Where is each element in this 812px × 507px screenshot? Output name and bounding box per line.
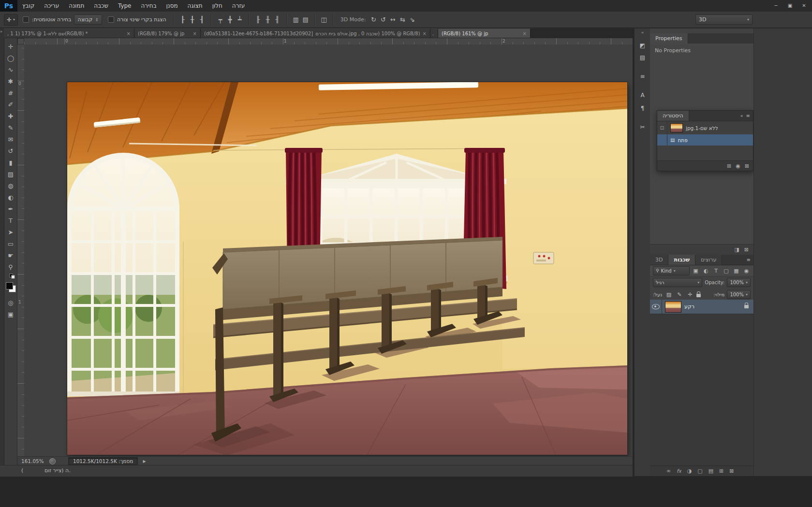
align-right-edges-icon[interactable]: ┨ bbox=[197, 15, 207, 25]
filter-kind-dropdown[interactable]: ⚲ Kind ▾ bbox=[653, 266, 690, 275]
filter-toggle-icon[interactable]: ◉ bbox=[742, 268, 751, 274]
3d-drag-icon[interactable]: ↔ bbox=[388, 15, 398, 25]
filter-adjustment-layers-icon[interactable]: ◐ bbox=[702, 268, 710, 274]
tool-preset-picker[interactable]: ✛ ▾ bbox=[4, 14, 18, 26]
auto-select-checkbox[interactable] bbox=[23, 16, 29, 23]
align-vertical-centers-icon[interactable]: ╋ bbox=[225, 15, 235, 25]
paragraph-panel-icon[interactable]: ¶ bbox=[635, 103, 650, 114]
menu-image[interactable]: תמונה bbox=[64, 0, 89, 12]
show-transform-controls-checkbox[interactable] bbox=[108, 16, 114, 23]
auto-blend-icon[interactable]: ▤ bbox=[301, 15, 310, 25]
properties-footer-icon-2[interactable]: ⊠ bbox=[744, 246, 749, 253]
collapse-icon[interactable]: « bbox=[740, 113, 743, 118]
tab-history[interactable]: היסטוריה bbox=[657, 111, 689, 121]
workspace-switcher[interactable]: 3D ▾ bbox=[695, 14, 753, 25]
visibility-cell[interactable] bbox=[650, 300, 662, 314]
auto-select-target-dropdown[interactable]: קבוצה ⇕ bbox=[74, 14, 102, 25]
document-tab-1[interactable]: , 1 1) 173% @ 1-שם ללא(RGB/8) * × bbox=[4, 29, 134, 38]
quick-selection-tool[interactable]: ✱ bbox=[4, 75, 17, 87]
lock-paint-icon[interactable]: ✎ bbox=[675, 291, 683, 298]
layer-mask-icon[interactable]: ▢ bbox=[697, 468, 702, 474]
history-source-icon[interactable]: ⊡ bbox=[657, 121, 667, 134]
document-canvas-image[interactable] bbox=[67, 82, 627, 455]
panel-menu-icon[interactable]: ≡ bbox=[746, 113, 750, 118]
new-layer-icon[interactable]: ⊞ bbox=[719, 468, 723, 474]
dock-panel-icon-6[interactable]: ✂ bbox=[635, 122, 650, 132]
3d-roll-icon[interactable]: ↺ bbox=[378, 15, 388, 25]
dock-panel-icon-2[interactable]: ▤ bbox=[635, 52, 650, 63]
filter-smart-objects-icon[interactable]: ▦ bbox=[732, 268, 740, 274]
close-icon[interactable]: × bbox=[193, 31, 197, 36]
dodge-tool[interactable]: ◐ bbox=[4, 191, 17, 203]
document-tab-2[interactable]: (RGB/8) 179% @ jp × bbox=[134, 29, 201, 38]
gradient-tool[interactable]: ▨ bbox=[4, 168, 17, 180]
delete-layer-icon[interactable]: ⊠ bbox=[729, 468, 734, 474]
dock-panel-icon-1[interactable]: ◩ bbox=[635, 40, 650, 51]
menu-layer[interactable]: שכבה bbox=[89, 0, 113, 12]
arrange-icon[interactable]: ◫ bbox=[319, 15, 329, 25]
menu-type[interactable]: Type bbox=[113, 0, 136, 12]
screen-mode-button[interactable]: ▣ bbox=[4, 308, 17, 320]
marquee-tool[interactable]: ◯ bbox=[4, 52, 17, 64]
document-tab-4[interactable]: . bbox=[430, 29, 438, 38]
shape-tool[interactable]: ▭ bbox=[4, 238, 17, 249]
lock-position-icon[interactable]: ✛ bbox=[686, 291, 694, 298]
3d-rotate-icon[interactable]: ↻ bbox=[369, 15, 378, 25]
menu-view[interactable]: תצוגה bbox=[183, 0, 207, 12]
tab-properties[interactable]: Properties bbox=[650, 33, 688, 43]
close-button[interactable]: ✕ bbox=[797, 0, 811, 12]
tab-3d[interactable]: 3D bbox=[650, 255, 668, 265]
zoom-tool[interactable]: ⚲ bbox=[4, 261, 17, 273]
foreground-color-swatch[interactable] bbox=[6, 282, 13, 290]
status-expand-icon[interactable]: ▶ bbox=[143, 459, 146, 464]
type-tool[interactable]: T bbox=[4, 215, 17, 226]
move-tool[interactable]: ✛ bbox=[4, 41, 17, 52]
distribute-centers-icon[interactable]: ╫ bbox=[263, 15, 273, 25]
history-brush-tool[interactable]: ↺ bbox=[4, 145, 17, 157]
history-state-row[interactable]: ⊡ ללא שם-1.jpg bbox=[657, 121, 753, 134]
eraser-tool[interactable]: ▮ bbox=[4, 157, 17, 168]
lasso-tool[interactable]: ∿ bbox=[4, 64, 17, 75]
zoom-level-field[interactable]: 161.05% bbox=[21, 458, 46, 464]
new-group-icon[interactable]: ▤ bbox=[709, 468, 713, 474]
tab-layers[interactable]: שכבות bbox=[668, 255, 695, 265]
align-top-edges-icon[interactable]: ┯ bbox=[216, 15, 225, 25]
filter-type-layers-icon[interactable]: T bbox=[712, 268, 720, 274]
lock-all-icon[interactable] bbox=[696, 294, 701, 297]
blur-tool[interactable]: ◍ bbox=[4, 180, 17, 191]
pen-tool[interactable]: ✒ bbox=[4, 203, 17, 215]
clone-stamp-tool[interactable]: ✉ bbox=[4, 133, 17, 145]
close-icon[interactable]: × bbox=[423, 31, 427, 36]
layer-thumbnail[interactable] bbox=[665, 301, 681, 313]
distribute-left-icon[interactable]: ╟ bbox=[253, 15, 263, 25]
brush-tool[interactable]: ✎ bbox=[4, 122, 17, 133]
canvas-viewport[interactable] bbox=[24, 44, 633, 456]
align-bottom-edges-icon[interactable]: ┷ bbox=[235, 15, 245, 25]
crop-tool[interactable]: # bbox=[4, 87, 17, 99]
auto-align-icon[interactable]: ▥ bbox=[291, 15, 301, 25]
path-selection-tool[interactable]: ➤ bbox=[4, 226, 17, 238]
adjustment-layer-icon[interactable]: ◑ bbox=[687, 468, 692, 474]
filter-pixel-layers-icon[interactable]: ▣ bbox=[692, 268, 700, 274]
document-sizes-readout[interactable]: מסמך: 1012.5K/1012.5K bbox=[68, 457, 138, 465]
distribute-right-icon[interactable]: ╢ bbox=[273, 15, 282, 25]
tab-channels[interactable]: ערוצים bbox=[695, 255, 722, 265]
opacity-dropdown[interactable]: 100% ▾ bbox=[727, 278, 751, 287]
filter-shape-layers-icon[interactable]: ▢ bbox=[722, 268, 730, 274]
3d-slide-icon[interactable]: ⇆ bbox=[398, 15, 407, 25]
align-left-edges-icon[interactable]: ┠ bbox=[178, 15, 188, 25]
eyedropper-tool[interactable]: ✐ bbox=[4, 99, 17, 110]
quick-mask-button[interactable]: ◎ bbox=[4, 297, 17, 308]
layer-style-icon[interactable]: fx bbox=[677, 468, 681, 474]
new-snapshot-button[interactable]: ◉ bbox=[736, 163, 740, 169]
history-state-row[interactable]: ▤ פתח bbox=[657, 134, 753, 145]
3d-scale-icon[interactable]: ⇘ bbox=[407, 15, 417, 25]
menu-select[interactable]: בחירה bbox=[136, 0, 162, 12]
blend-mode-dropdown[interactable]: רגיל ▾ bbox=[653, 278, 702, 287]
minimize-button[interactable]: ─ bbox=[769, 0, 783, 12]
document-tab-5[interactable]: (RGB/8) 161% @ jp × bbox=[438, 29, 531, 38]
history-source-cell[interactable] bbox=[657, 134, 667, 145]
delete-state-button[interactable]: ⊠ bbox=[745, 163, 749, 169]
menu-help[interactable]: עזרה bbox=[227, 0, 250, 12]
close-icon[interactable]: × bbox=[127, 31, 131, 36]
